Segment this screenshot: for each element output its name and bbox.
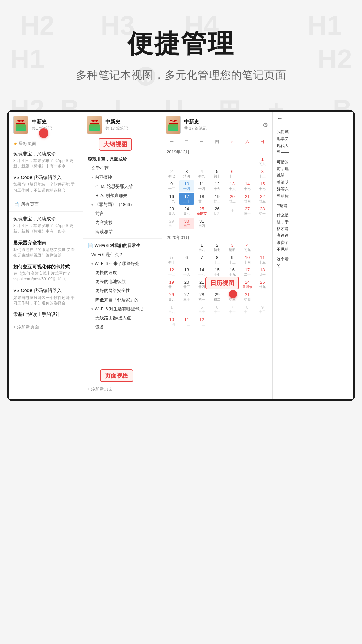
cal-day[interactable]: 18廿一 <box>255 266 270 278</box>
cal-day[interactable]: 24廿七 <box>179 205 194 217</box>
outline-item[interactable]: ▾Wi-Fi 6 带来了哪些好处 <box>83 259 162 268</box>
outline-item[interactable]: 更快的速度 <box>83 268 162 277</box>
outline-item[interactable]: 降低来自「邻居家」的 <box>83 296 162 305</box>
cal-day[interactable]: 1初六 <box>194 241 209 253</box>
cal-day[interactable]: 3清明 <box>179 168 194 180</box>
cal-day[interactable]: 18廿一 <box>194 193 209 205</box>
cal-day[interactable]: 15十七 <box>209 266 225 278</box>
cal-day[interactable]: 14十七 <box>194 266 209 278</box>
cal-day[interactable]: 10十四 <box>164 316 179 328</box>
outline-item[interactable]: Ф. М. 陀思妥耶夫斯 <box>83 182 162 191</box>
outline-item[interactable]: 前言 <box>83 209 162 218</box>
outline-item[interactable]: 无线路由器/接入点 <box>83 314 162 323</box>
cal-day[interactable]: 7十一 <box>194 254 209 266</box>
outline-item[interactable]: Wi-Fi 6 是什么？ <box>83 250 162 259</box>
cal-day[interactable]: 7十一 <box>225 304 240 315</box>
cal-day[interactable]: 16十九 <box>225 266 240 278</box>
cal-day[interactable]: 5初十 <box>209 168 225 180</box>
cal-day[interactable]: 2初七 <box>164 168 179 180</box>
cal-day[interactable]: 11十五 <box>255 254 270 266</box>
cal-day[interactable]: 6十一 <box>209 304 225 315</box>
cal-day[interactable]: 8十二 <box>255 168 270 180</box>
list-item[interactable]: 显示器完全指南 我们通过自己的眼睛感受实世 受着毫无束缚的视野与绚烂缤纷 <box>9 237 83 261</box>
add-page-btn[interactable]: + 添加新页面 <box>9 321 83 333</box>
cal-day[interactable]: 12十五 <box>209 180 225 192</box>
cal-day[interactable]: 6十一 <box>179 254 194 266</box>
outline-item[interactable]: 阅读总结 <box>83 227 162 236</box>
outline-item[interactable]: ▾内容摘抄 <box>83 173 162 182</box>
outline-item[interactable]: 设备 <box>83 323 162 332</box>
cal-day[interactable]: 21廿四 <box>240 193 255 205</box>
add-page-btn-middle[interactable]: + 添加新页面 <box>83 383 117 395</box>
cal-day[interactable]: 3清明 <box>225 241 240 253</box>
outline-item[interactable]: H. A. 别尔嘉耶夫 <box>83 191 162 200</box>
cal-day[interactable]: 19廿二 <box>209 193 225 205</box>
list-item[interactable]: 如何交互可视化你的卡片式 在《[如何高效实践卡片式写作？ sspai.com/p… <box>9 261 83 285</box>
cal-day[interactable]: 27三十 <box>240 205 255 217</box>
list-item[interactable]: 零基础快读上手的设计 <box>9 309 83 321</box>
outline-item[interactable]: 📄 Wi-Fi 6 对我们的日常生 <box>83 241 162 250</box>
cal-day[interactable]: 24圣诞节 <box>240 279 255 290</box>
cal-day[interactable]: 25廿九 <box>255 279 270 290</box>
cal-day[interactable]: 13十六 <box>225 180 240 192</box>
outline-item[interactable]: 更好的网络安全性 <box>83 286 162 296</box>
cal-day[interactable]: 28初一 <box>194 291 209 303</box>
cal-day[interactable]: 19廿二 <box>164 279 179 290</box>
cal-day-add[interactable]: + <box>225 205 240 217</box>
cal-day[interactable]: 13十六 <box>179 266 194 278</box>
cal-day[interactable]: 4初九 <box>240 241 255 253</box>
cal-day[interactable]: 1初六 <box>255 156 270 167</box>
cal-day[interactable]: 8十二 <box>209 254 225 266</box>
outline-item[interactable]: 文学推荐 <box>83 164 162 173</box>
list-item[interactable]: VS Code 代码编辑器入 如果当电脑只能装一个软件还能 学习工作时，不知道你… <box>9 172 83 196</box>
back-button[interactable]: ← <box>273 112 353 125</box>
cal-day[interactable]: 26廿九 <box>209 205 225 217</box>
cal-day[interactable]: 29初二 <box>164 218 179 229</box>
all-pages-item[interactable]: 📄 所有页面 <box>9 199 83 210</box>
cal-day[interactable]: 27三十 <box>179 291 194 303</box>
cal-day[interactable]: 20廿三 <box>179 279 194 290</box>
cal-day[interactable]: 23廿六 <box>164 205 179 217</box>
list-item[interactable]: VS Code 代码编辑器入 如果当电脑只能装一个软件还能 学习工作时，不知道你… <box>9 285 83 309</box>
cal-day[interactable]: 9十三 <box>164 180 179 192</box>
list-item[interactable]: 琼瑰非宝，尺牍成珍 3 月 4 日，苹果发布了《App S 更新。新版《标准》中… <box>9 148 83 172</box>
cal-day[interactable]: 16十九 <box>164 193 179 205</box>
cal-day[interactable]: 10十四 <box>240 254 255 266</box>
cal-day[interactable]: 22廿五 <box>255 193 270 205</box>
cal-day[interactable]: 9十三 <box>225 254 240 266</box>
cal-day[interactable]: 12十五 <box>164 266 179 278</box>
cal-day-highlighted[interactable]: 30初三 <box>179 218 194 229</box>
cal-day[interactable]: 26廿九 <box>164 291 179 303</box>
cal-day[interactable]: 14十七 <box>240 180 255 192</box>
cal-day[interactable]: 25圣诞节 <box>194 205 209 217</box>
cal-day[interactable]: 31初四 <box>240 291 255 303</box>
cal-day[interactable]: 9十三 <box>255 304 270 315</box>
cal-day[interactable]: 4初九 <box>194 168 209 180</box>
cal-day[interactable]: 28初一 <box>255 205 270 217</box>
cal-day[interactable]: 6十一 <box>225 168 240 180</box>
starred-header: ★ 星标页面 <box>9 138 83 148</box>
notebook-name-calendar: 中新史 <box>184 119 263 125</box>
cal-day[interactable]: 5初十 <box>164 254 179 266</box>
cal-day[interactable]: 15十七 <box>255 180 270 192</box>
outline-item[interactable]: 琼瑰非宝，尺牍成珍 <box>83 155 162 164</box>
outline-item[interactable]: ▾《罪与罚》（1866） <box>83 200 162 209</box>
cal-day[interactable]: 29初二 <box>209 291 225 303</box>
cal-day[interactable]: 11十四 <box>194 180 209 192</box>
outline-item[interactable]: 内容摘抄 <box>83 218 162 227</box>
cal-day[interactable]: 8十二 <box>240 304 255 315</box>
outline-item[interactable]: ▾Wi-Fi 6 对生活有哪些帮助 <box>83 305 162 314</box>
cal-day[interactable]: 5初十 <box>194 304 209 315</box>
cal-day-today[interactable]: 10十四 <box>179 180 194 192</box>
cal-day[interactable]: 2初七 <box>209 241 225 253</box>
list-item[interactable]: 琼瑰非宝，尺牍成珍 3 月 4 日，苹果发布了《App S 更新。新版《标准》中… <box>9 213 83 237</box>
outline-item[interactable]: 更长的电池续航 <box>83 277 162 286</box>
cal-day[interactable]: 1初六 <box>164 304 179 315</box>
settings-icon[interactable]: ⚙ <box>263 121 268 129</box>
cal-day[interactable]: 11十五 <box>179 316 194 328</box>
cal-day[interactable]: 12十五 <box>194 316 209 328</box>
cal-day[interactable]: 20廿三 <box>225 193 240 205</box>
cal-day-selected[interactable]: 17二十 <box>179 193 194 205</box>
cal-day[interactable]: 31初四 <box>194 218 209 229</box>
cal-day[interactable]: 17二十 <box>240 266 255 278</box>
